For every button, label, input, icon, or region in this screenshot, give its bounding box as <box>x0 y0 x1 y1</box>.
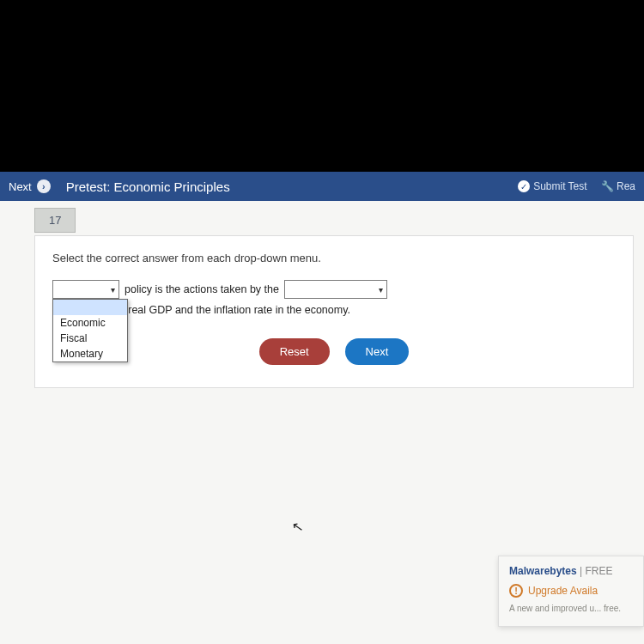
dropdown-1-option-fiscal[interactable]: Fiscal <box>53 331 127 346</box>
dropdown-1-option-economic[interactable]: Economic <box>53 315 127 331</box>
next-button[interactable]: Next <box>345 338 410 365</box>
button-row: Reset Next <box>52 338 616 365</box>
dropdown-1-list: Economic Fiscal Monetary <box>52 299 128 362</box>
topbar-left: Next › Pretest: Economic Principles <box>9 179 230 194</box>
popup-headline: Upgrade Availa <box>528 585 598 597</box>
check-icon: ✓ <box>518 180 530 192</box>
dropdown-1-option-blank[interactable] <box>53 300 127 315</box>
reader-tools-button[interactable]: 🔧 Rea <box>601 180 635 192</box>
question-card: Select the correct answer from each drop… <box>34 235 634 388</box>
submit-label: Submit Test <box>533 180 586 192</box>
popup-headline-row: ! Upgrade Availa <box>509 584 633 598</box>
question-instruction: Select the correct answer from each drop… <box>52 252 616 264</box>
dropdown-2-container: ▾ <box>284 280 387 299</box>
sentence-part-1: policy is the actions taken by the <box>125 283 279 295</box>
question-number-tab: 17 <box>34 208 76 233</box>
reset-button[interactable]: Reset <box>259 338 330 365</box>
dropdown-1[interactable]: ▾ <box>52 280 119 299</box>
chevron-down-icon: ▾ <box>111 285 115 295</box>
nav-next-button[interactable]: Next › <box>9 179 51 193</box>
popup-tier: | FREE <box>580 565 612 577</box>
warning-icon: ! <box>509 584 523 598</box>
dropdown-2[interactable]: ▾ <box>284 280 387 299</box>
cursor-icon: ↖ <box>290 518 304 536</box>
popup-title: Malwarebytes | FREE <box>509 565 633 577</box>
dropdown-1-container: ▾ Economic Fiscal Monetary <box>52 280 119 299</box>
reader-label: Rea <box>617 180 635 192</box>
wrench-icon: 🔧 <box>601 180 614 192</box>
sentence-row: ▾ Economic Fiscal Monetary policy is the… <box>52 280 616 316</box>
popup-brand: Malwarebytes <box>509 565 577 577</box>
work-area: 17 Select the correct answer from each d… <box>0 201 644 644</box>
arrow-right-icon: › <box>37 179 51 193</box>
dropdown-1-option-monetary[interactable]: Monetary <box>53 346 127 361</box>
topbar-right: ✓Submit Test 🔧 Rea <box>518 180 635 193</box>
notification-popup[interactable]: Malwarebytes | FREE ! Upgrade Availa A n… <box>498 556 644 627</box>
submit-test-button[interactable]: ✓Submit Test <box>518 180 586 193</box>
top-navbar: Next › Pretest: Economic Principles ✓Sub… <box>0 172 644 201</box>
chevron-down-icon: ▾ <box>379 285 383 295</box>
app-screen: Next › Pretest: Economic Principles ✓Sub… <box>0 172 644 644</box>
page-title: Pretest: Economic Principles <box>66 179 230 194</box>
nav-next-label: Next <box>9 180 32 193</box>
popup-body: A new and improved u... free. <box>509 603 633 614</box>
